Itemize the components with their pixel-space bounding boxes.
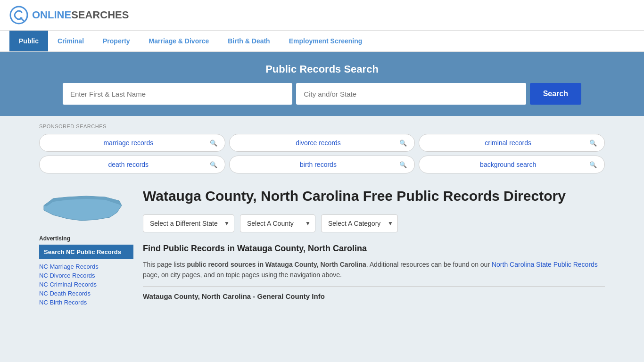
state-dropdown-wrapper: Select a Different State ▼: [143, 214, 234, 232]
state-dropdown[interactable]: Select a Different State: [143, 214, 234, 232]
sponsored-link[interactable]: divorce records: [237, 139, 400, 147]
city-input[interactable]: [296, 83, 526, 105]
county-dropdown[interactable]: Select A County: [240, 214, 315, 232]
nav-item-criminal[interactable]: Criminal: [48, 31, 93, 51]
sponsored-item[interactable]: criminal records🔍: [419, 134, 605, 152]
sidebar-link[interactable]: NC Marriage Records: [39, 263, 133, 270]
content-area: Advertising Search NC Public Records NC …: [39, 177, 605, 315]
category-dropdown-wrapper: Select A Category ▼: [321, 214, 398, 232]
county-dropdown-wrapper: Select A County ▼: [240, 214, 315, 232]
sponsored-label: SPONSORED SEARCHES: [39, 123, 605, 129]
main-nav: PublicCriminalPropertyMarriage & Divorce…: [0, 31, 644, 52]
sponsored-item[interactable]: marriage records🔍: [39, 134, 225, 152]
nav-link[interactable]: Criminal: [48, 31, 93, 51]
find-description: This page lists public record sources in…: [143, 259, 605, 280]
search-icon: 🔍: [589, 161, 597, 168]
dropdowns-row: Select a Different State ▼ Select A Coun…: [143, 214, 605, 232]
sidebar: Advertising Search NC Public Records NC …: [39, 187, 133, 306]
nav-link[interactable]: Property: [93, 31, 140, 51]
main-content: SPONSORED SEARCHES marriage records🔍divo…: [30, 116, 614, 315]
nav-link[interactable]: Public: [9, 31, 48, 51]
find-section: Find Public Records in Watauga County, N…: [143, 244, 605, 300]
sponsored-grid: marriage records🔍divorce records🔍crimina…: [39, 134, 605, 173]
sponsored-link[interactable]: background search: [427, 161, 589, 168]
search-icon: 🔍: [589, 140, 597, 147]
name-input[interactable]: [63, 83, 292, 105]
sidebar-links: NC Marriage RecordsNC Divorce RecordsNC …: [39, 263, 133, 306]
section-divider: [143, 286, 605, 287]
sponsored-link[interactable]: birth records: [237, 161, 400, 168]
nav-link[interactable]: Birth & Death: [218, 31, 279, 51]
search-icon: 🔍: [399, 140, 407, 147]
search-form: Search: [63, 83, 581, 105]
nav-item-birthdeath[interactable]: Birth & Death: [218, 31, 279, 51]
search-icon: 🔍: [210, 161, 217, 168]
search-icon: 🔍: [210, 140, 217, 147]
search-banner: Public Records Search Search: [0, 52, 644, 116]
category-dropdown[interactable]: Select A Category: [321, 214, 398, 232]
sponsored-section: SPONSORED SEARCHES marriage records🔍divo…: [39, 116, 605, 177]
svg-point-0: [10, 7, 27, 24]
sponsored-item[interactable]: death records🔍: [39, 156, 225, 173]
nav-item-marriagedivorce[interactable]: Marriage & Divorce: [140, 31, 219, 51]
site-header: ONLINESEARCHES: [0, 0, 644, 31]
sponsored-item[interactable]: background search🔍: [419, 156, 605, 173]
general-info-title: Watauga County, North Carolina - General…: [143, 292, 605, 300]
sidebar-link[interactable]: NC Death Records: [39, 290, 133, 297]
banner-title: Public Records Search: [9, 63, 635, 75]
nav-item-employmentscreening[interactable]: Employment Screening: [280, 31, 372, 51]
nav-link[interactable]: Marriage & Divorce: [140, 31, 219, 51]
state-records-link[interactable]: North Carolina State Public Records: [492, 261, 598, 268]
sidebar-link[interactable]: NC Birth Records: [39, 299, 133, 306]
sidebar-ad-box[interactable]: Search NC Public Records: [39, 245, 133, 259]
logo-icon: [9, 6, 28, 25]
nav-item-public[interactable]: Public: [9, 31, 48, 51]
page-title: Watauga County, North Carolina Free Publ…: [143, 187, 605, 205]
sponsored-item[interactable]: divorce records🔍: [229, 134, 415, 152]
advertising-label: Advertising: [39, 235, 133, 242]
content-right: Watauga County, North Carolina Free Publ…: [143, 187, 605, 306]
nc-map-icon: [39, 187, 124, 229]
sponsored-link[interactable]: marriage records: [47, 139, 210, 147]
sponsored-link[interactable]: death records: [47, 161, 210, 168]
logo-area: ONLINESEARCHES: [9, 6, 129, 25]
sponsored-link[interactable]: criminal records: [427, 139, 589, 147]
sponsored-item[interactable]: birth records🔍: [229, 156, 415, 173]
svg-line-1: [21, 18, 24, 21]
sidebar-link[interactable]: NC Divorce Records: [39, 272, 133, 279]
search-button[interactable]: Search: [530, 83, 581, 105]
search-icon: 🔍: [399, 161, 407, 168]
logo-text: ONLINESEARCHES: [32, 9, 129, 21]
find-title: Find Public Records in Watauga County, N…: [143, 244, 605, 254]
sidebar-link[interactable]: NC Criminal Records: [39, 281, 133, 288]
nav-link[interactable]: Employment Screening: [280, 31, 372, 51]
state-map: [39, 187, 133, 230]
nav-item-property[interactable]: Property: [93, 31, 140, 51]
